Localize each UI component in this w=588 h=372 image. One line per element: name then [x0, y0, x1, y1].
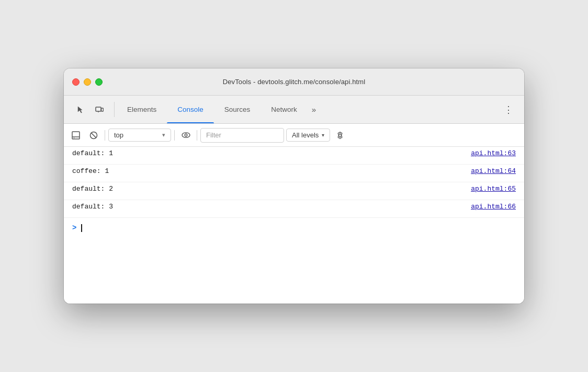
device-toggle-button[interactable]: [91, 101, 108, 118]
drawer-icon: [72, 131, 80, 140]
window-title: DevTools - devtools.glitch.me/console/ap…: [223, 78, 366, 86]
more-tabs-button[interactable]: »: [308, 96, 320, 123]
log-levels-button[interactable]: All levels ▾: [286, 129, 330, 142]
console-settings-button[interactable]: [332, 127, 348, 143]
console-message: coffee: 1: [72, 167, 462, 175]
svg-rect-0: [96, 107, 101, 111]
svg-point-9: [185, 134, 187, 136]
levels-label: All levels: [292, 131, 319, 139]
console-link[interactable]: api.html:65: [471, 185, 516, 193]
svg-point-10: [339, 134, 342, 136]
console-row: default: 3 api.html:66: [64, 200, 524, 218]
console-link[interactable]: api.html:64: [471, 167, 516, 175]
close-button[interactable]: [72, 78, 80, 86]
tab-sources[interactable]: Sources: [214, 96, 261, 123]
tab-network[interactable]: Network: [261, 96, 308, 123]
console-message: default: 2: [72, 185, 462, 193]
maximize-button[interactable]: [95, 78, 103, 86]
tabbar-right: ⋮: [492, 96, 520, 123]
context-selector[interactable]: top ▾: [108, 129, 171, 142]
toggle-drawer-button[interactable]: [68, 127, 84, 143]
traffic-lights: [72, 78, 103, 86]
console-link[interactable]: api.html:63: [471, 149, 516, 157]
titlebar: DevTools - devtools.glitch.me/console/ap…: [64, 68, 524, 96]
console-cursor: [81, 224, 82, 232]
eye-button[interactable]: [178, 127, 194, 143]
tab-elements[interactable]: Elements: [117, 96, 167, 123]
console-output: default: 1 api.html:63 coffee: 1 api.htm…: [64, 147, 524, 304]
filter-input[interactable]: [200, 128, 284, 143]
levels-chevron: ▾: [322, 132, 324, 138]
clear-icon: [89, 131, 98, 140]
console-prompt: >: [72, 224, 76, 232]
toolbar-separator-3: [197, 130, 197, 141]
console-input-row[interactable]: >: [64, 218, 524, 238]
context-chevron: ▾: [162, 132, 165, 138]
console-link[interactable]: api.html:66: [471, 203, 516, 211]
console-row: default: 2 api.html:65: [64, 182, 524, 200]
console-row: coffee: 1 api.html:64: [64, 165, 524, 182]
settings-icon: [336, 131, 344, 140]
clear-console-button[interactable]: [86, 127, 101, 143]
console-row: default: 1 api.html:63: [64, 147, 524, 165]
inspect-element-button[interactable]: [72, 101, 89, 118]
devtools-menu-button[interactable]: ⋮: [501, 102, 516, 117]
context-value: top: [114, 131, 123, 139]
minimize-button[interactable]: [84, 78, 91, 86]
devtools-window: DevTools - devtools.glitch.me/console/ap…: [64, 68, 524, 304]
console-message: default: 1: [72, 149, 462, 157]
tabbar-icons: [68, 96, 112, 123]
console-toolbar: top ▾ All levels ▾: [64, 124, 524, 147]
cursor-icon: [76, 106, 85, 114]
tab-console[interactable]: Console: [167, 96, 214, 123]
svg-rect-1: [101, 108, 104, 111]
device-icon: [95, 106, 104, 114]
toolbar-separator-2: [174, 130, 175, 141]
svg-point-8: [182, 133, 190, 138]
toolbar-separator-1: [105, 130, 105, 141]
console-message: default: 3: [72, 203, 462, 211]
tab-separator: [114, 102, 115, 117]
svg-line-7: [92, 133, 96, 137]
tabbar: Elements Console Sources Network » ⋮: [64, 96, 524, 124]
eye-icon: [182, 131, 190, 140]
tabs: Elements Console Sources Network »: [117, 96, 492, 123]
svg-rect-3: [72, 132, 80, 139]
